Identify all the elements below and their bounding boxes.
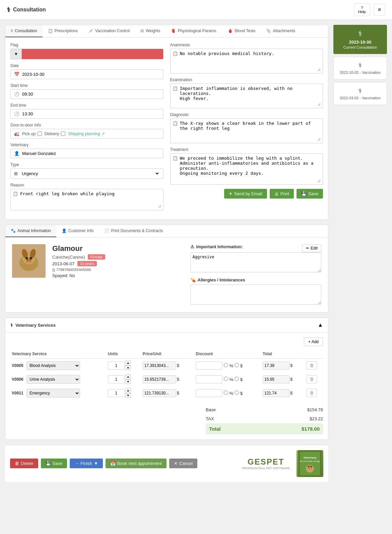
total-input-2[interactable] bbox=[263, 389, 289, 397]
brand-subtitle: PROFESSIONAL PET SOFTWARE bbox=[242, 467, 290, 470]
save-button[interactable]: 💾 Save bbox=[41, 459, 67, 468]
treatment-textarea[interactable]: We proceed to immobilize the leg with a … bbox=[180, 156, 321, 182]
finish-button[interactable]: → Finish ▼ bbox=[70, 459, 103, 468]
end-time-input[interactable] bbox=[22, 111, 160, 116]
delete-row-1[interactable]: 🗑 bbox=[307, 375, 317, 383]
sidebar-stethoscope-icon: ⚕ bbox=[337, 30, 384, 38]
tab-blood-tests[interactable]: 🩸 Blood Tests bbox=[222, 25, 261, 37]
sidebar-current-consultation[interactable]: ⚕ 2023-10-30 Current Consultation bbox=[333, 25, 387, 54]
bottom-section: 🗑 Delete 💾 Save → Finish ▼ 📅 Book next a… bbox=[5, 445, 328, 482]
start-time-row: Start time 🕐 bbox=[10, 83, 164, 99]
qty-down-1[interactable]: ▼ bbox=[125, 379, 131, 384]
shipping-link[interactable]: Shipping planning ↗ bbox=[68, 131, 105, 136]
discount-input-1[interactable] bbox=[196, 375, 222, 383]
service-select-1[interactable]: Urine Analysis bbox=[26, 375, 80, 384]
date-input[interactable] bbox=[22, 72, 160, 77]
price-input-1[interactable] bbox=[143, 375, 176, 383]
price-input-0[interactable] bbox=[143, 362, 176, 370]
qty-input-0[interactable] bbox=[108, 362, 125, 370]
start-time-wrapper: 🕐 bbox=[10, 89, 164, 99]
total-input-1[interactable] bbox=[263, 375, 289, 383]
price-input-2[interactable] bbox=[143, 389, 176, 397]
important-textarea[interactable]: Aggresive bbox=[190, 252, 322, 272]
help-button[interactable]: ? Help bbox=[354, 3, 370, 16]
animal-photo bbox=[12, 244, 46, 278]
qty-input-1[interactable] bbox=[108, 375, 125, 383]
delete-button[interactable]: 🗑 Delete bbox=[10, 459, 38, 468]
diagnostic-wrapper: 📋 The X-ray shows a clear break in the l… bbox=[170, 118, 323, 143]
pct-label-0: % bbox=[224, 363, 233, 368]
add-service-button[interactable]: + Add bbox=[304, 337, 323, 346]
tab-animal-info[interactable]: 🐾 Animal Information bbox=[5, 225, 56, 237]
sidebar-prev1[interactable]: ⚕ 2022-10-03 - Vaccination bbox=[333, 57, 387, 79]
cancel-button[interactable]: ✕ Cancel bbox=[169, 459, 197, 468]
anamnesis-textarea[interactable]: No notable previous medical history. bbox=[180, 51, 321, 71]
gender-badge: Female bbox=[88, 254, 106, 260]
col-total: Total bbox=[261, 350, 305, 359]
veterinary-input[interactable] bbox=[22, 151, 160, 156]
tab-physiological[interactable]: 🫀 Physiological Params. bbox=[166, 25, 222, 37]
save-consultation-button[interactable]: 💾 Save bbox=[297, 189, 323, 199]
menu-button[interactable]: ≡ bbox=[374, 4, 385, 16]
service-select-2[interactable]: Emergency bbox=[26, 389, 80, 397]
reason-textarea[interactable]: Front right leg broken while playing bbox=[20, 191, 161, 208]
tab-consultation[interactable]: ⚕ Consultation bbox=[5, 25, 43, 37]
book-button[interactable]: 📅 Book next appointment bbox=[106, 459, 167, 468]
flag-dropdown-button[interactable]: ▼ bbox=[10, 49, 21, 59]
examination-textarea[interactable]: Important inflammation is observed, with… bbox=[180, 86, 321, 106]
diagnostic-textarea[interactable]: The X-ray shows a clear break in the low… bbox=[180, 121, 321, 141]
external-link-icon: ↗ bbox=[102, 131, 105, 136]
tab-attachments[interactable]: 📎 Attachments bbox=[261, 25, 301, 37]
pickup-checkbox[interactable] bbox=[38, 131, 42, 136]
animal-edit-button[interactable]: ✏ Edit bbox=[302, 244, 321, 252]
anamnesis-icon: 📋 bbox=[173, 51, 178, 71]
print-button[interactable]: 🖨 Print bbox=[270, 189, 294, 199]
summary-table: Base $154.78 TAX $23.22 Total $178.00 bbox=[206, 405, 323, 434]
tab-print-docs[interactable]: 📄 Print Documents & Contracts bbox=[99, 225, 168, 237]
delivery-label: Delivery: bbox=[45, 131, 66, 136]
summary-total-row: Total $178.00 bbox=[206, 423, 323, 434]
service-code-1: V0006 bbox=[12, 377, 23, 382]
animal-important: ✏ Edit ⚠ Important Information: Aggresiv… bbox=[190, 244, 322, 306]
qty-down-0[interactable]: ▼ bbox=[125, 366, 131, 371]
calendar-book-icon: 📅 bbox=[110, 461, 116, 466]
send-email-button[interactable]: ✈ Send by Email bbox=[224, 189, 267, 199]
tax-label: TAX bbox=[206, 416, 214, 421]
qty-up-2[interactable]: ▲ bbox=[125, 388, 131, 393]
pct-radio-1[interactable] bbox=[224, 377, 228, 381]
qty-down-2[interactable]: ▼ bbox=[125, 393, 131, 398]
tab-vaccination[interactable]: 💉 Vaccination Control bbox=[83, 25, 135, 37]
type-select[interactable]: Urgency bbox=[20, 171, 160, 176]
diagnostic-label: Diagnostic bbox=[170, 112, 323, 117]
delivery-checkbox[interactable] bbox=[61, 131, 65, 136]
tab-weights[interactable]: ⚖ Weights bbox=[135, 25, 166, 37]
dollar-radio-0[interactable] bbox=[235, 363, 239, 367]
animal-photo-column bbox=[12, 244, 46, 306]
table-row: V0011 Emergency ▲ ▼ bbox=[10, 386, 323, 400]
start-time-input[interactable] bbox=[22, 92, 160, 97]
tab-customer-info[interactable]: 👤 Customer Info bbox=[56, 225, 99, 237]
collapse-services-button[interactable]: ▲ bbox=[318, 322, 323, 328]
service-select-0[interactable]: Blood Analysis bbox=[26, 361, 80, 370]
qty-input-2[interactable] bbox=[108, 389, 125, 397]
delete-row-2[interactable]: 🗑 bbox=[307, 389, 317, 397]
pct-radio-2[interactable] bbox=[224, 390, 228, 395]
total-input-0[interactable] bbox=[263, 362, 289, 370]
svg-text:and pet health manage: and pet health manage bbox=[300, 460, 320, 462]
tab-prescriptions[interactable]: 📋 Prescriptions bbox=[43, 25, 83, 37]
dollar-radio-2[interactable] bbox=[235, 390, 239, 395]
delete-row-0[interactable]: 🗑 bbox=[307, 361, 317, 370]
date-input-wrapper: 📅 bbox=[10, 69, 164, 79]
dollar-radio-1[interactable] bbox=[235, 377, 239, 381]
qty-up-1[interactable]: ▲ bbox=[125, 374, 131, 379]
qty-up-0[interactable]: ▲ bbox=[125, 361, 131, 366]
summary-tax-row: TAX $23.22 bbox=[206, 414, 323, 423]
flag-container: ▼ bbox=[10, 49, 164, 59]
sidebar-prev2[interactable]: ⚕ 2022-03-02 - Vaccination bbox=[333, 82, 387, 105]
discount-input-0[interactable] bbox=[196, 362, 222, 370]
qty-wrapper-2: ▲ ▼ bbox=[108, 388, 140, 398]
allergy-textarea[interactable] bbox=[190, 284, 322, 305]
pct-radio-0[interactable] bbox=[224, 363, 228, 367]
pct-label-1: % bbox=[224, 377, 233, 382]
discount-input-2[interactable] bbox=[196, 389, 222, 397]
